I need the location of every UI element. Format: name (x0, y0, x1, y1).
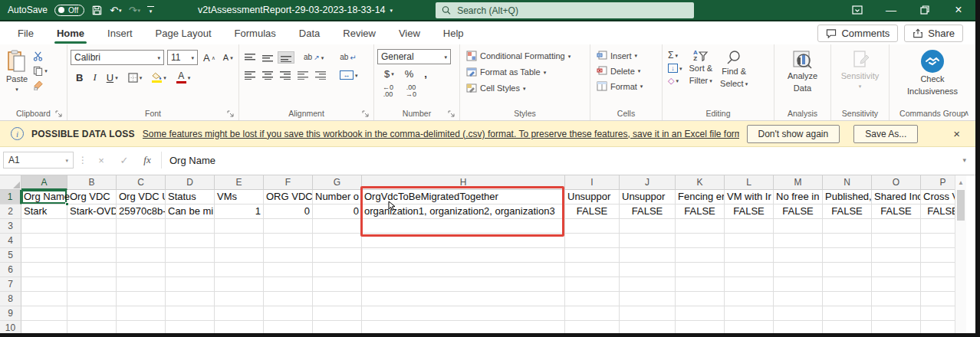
row-header-1[interactable]: 1 (0, 190, 21, 204)
cell-H7[interactable] (362, 277, 565, 292)
cell-C6[interactable] (117, 263, 166, 277)
cell-G5[interactable] (313, 248, 362, 263)
save-button[interactable] (91, 5, 103, 16)
autosave-toggle[interactable]: Off (54, 5, 84, 16)
cell-I6[interactable] (565, 263, 620, 277)
column-header-I[interactable]: I (565, 175, 620, 190)
cell-O7[interactable] (872, 277, 921, 292)
cell-B5[interactable] (67, 248, 117, 263)
customize-quick-access-button[interactable]: ▾ (147, 6, 154, 14)
cell-G10[interactable] (313, 321, 362, 333)
cell-I7[interactable] (565, 277, 620, 292)
cell-I10[interactable] (565, 321, 620, 333)
shrink-font-button[interactable]: A ▾ (221, 52, 235, 63)
close-warning-button[interactable]: × (953, 127, 960, 140)
row-header-7[interactable]: 7 (0, 277, 21, 292)
cell-A9[interactable] (21, 306, 67, 321)
clipboard-dialog-launcher[interactable] (55, 110, 62, 117)
cell-H10[interactable] (362, 321, 565, 333)
cell-K10[interactable] (676, 321, 725, 333)
confirm-entry-button[interactable]: ✓ (115, 155, 133, 166)
copy-button[interactable]: ▾ (31, 65, 50, 77)
cell-G6[interactable] (313, 263, 362, 277)
cell-G4[interactable] (313, 234, 362, 248)
cell-N1[interactable]: Published, (823, 190, 872, 204)
check-inclusiveness-button[interactable]: Check Inclusiveness (904, 47, 961, 106)
cell-J1[interactable]: Unsuppor (620, 190, 676, 204)
close-button[interactable]: × (942, 0, 975, 20)
tab-data[interactable]: Data (288, 21, 331, 44)
column-header-C[interactable]: C (117, 175, 166, 190)
column-header-O[interactable]: O (872, 175, 921, 190)
search-input[interactable] (457, 5, 688, 16)
cell-F8[interactable] (264, 292, 313, 306)
cell-O8[interactable] (872, 292, 921, 306)
cell-M8[interactable] (774, 292, 823, 306)
percent-style-button[interactable]: % (403, 67, 416, 80)
cell-N7[interactable] (823, 277, 872, 292)
format-painter-button[interactable] (31, 80, 50, 91)
cell-J7[interactable] (620, 277, 676, 292)
cell-I3[interactable] (565, 219, 620, 234)
cell-B4[interactable] (67, 234, 117, 248)
cell-K3[interactable] (676, 219, 725, 234)
cell-K6[interactable] (676, 263, 725, 277)
tab-page-layout[interactable]: Page Layout (144, 21, 223, 44)
cell-L6[interactable] (725, 263, 774, 277)
cell-K5[interactable] (676, 248, 725, 263)
bold-button[interactable]: B (74, 71, 85, 84)
italic-button[interactable]: I (90, 70, 98, 84)
cell-K4[interactable] (676, 234, 725, 248)
cell-A6[interactable] (21, 263, 67, 277)
cell-D2[interactable]: Can be mi (166, 204, 215, 219)
cell-O4[interactable] (872, 234, 921, 248)
conditional-formatting-button[interactable]: Conditional Formatting ▾ (463, 49, 574, 63)
cell-E6[interactable] (215, 263, 264, 277)
font-color-button[interactable]: A ▾ (174, 70, 193, 84)
cell-B3[interactable] (67, 219, 117, 234)
cell-K7[interactable] (676, 277, 725, 292)
cell-A4[interactable] (21, 234, 67, 248)
cell-D8[interactable] (166, 292, 215, 306)
cell-H6[interactable] (362, 263, 565, 277)
cell-O6[interactable] (872, 263, 921, 277)
cell-B7[interactable] (67, 277, 117, 292)
decrease-decimal-button[interactable]: .00 →0 (403, 83, 419, 100)
restore-button[interactable] (908, 0, 942, 20)
cell-M10[interactable] (774, 321, 823, 333)
cell-I2[interactable]: FALSE (565, 204, 620, 219)
cell-E7[interactable] (215, 277, 264, 292)
cell-E5[interactable] (215, 248, 264, 263)
cell-D6[interactable] (166, 263, 215, 277)
cell-J9[interactable] (620, 306, 676, 321)
column-header-F[interactable]: F (264, 175, 313, 190)
cell-M6[interactable] (774, 263, 823, 277)
cell-L5[interactable] (725, 248, 774, 263)
cell-C1[interactable]: Org VDC U (117, 190, 166, 204)
collapse-ribbon-button[interactable]: ∧ (964, 109, 969, 117)
formula-input[interactable]: Org Name (161, 152, 958, 168)
scroll-up-button[interactable]: ▲ (955, 175, 966, 189)
cell-N4[interactable] (823, 234, 872, 248)
cell-L10[interactable] (725, 321, 774, 333)
name-box[interactable]: A1 ▾ (3, 152, 74, 168)
cell-D1[interactable]: Status (166, 190, 215, 204)
number-dialog-launcher[interactable] (448, 110, 455, 117)
cell-N5[interactable] (823, 248, 872, 263)
column-header-E[interactable]: E (215, 175, 264, 190)
scrollbar-thumb[interactable] (957, 190, 965, 221)
increase-decimal-button[interactable]: ←0 .00 (380, 83, 396, 100)
cell-F10[interactable] (264, 321, 313, 333)
search-box[interactable] (436, 2, 694, 18)
cell-F3[interactable] (264, 219, 313, 234)
tab-help[interactable]: Help (432, 21, 475, 44)
tab-view[interactable]: View (387, 21, 432, 44)
cell-J4[interactable] (620, 234, 676, 248)
row-header-9[interactable]: 9 (0, 306, 21, 321)
cell-O2[interactable]: FALSE (872, 204, 921, 219)
cell-N9[interactable] (823, 306, 872, 321)
row-header-3[interactable]: 3 (0, 219, 21, 234)
cell-H9[interactable] (362, 306, 565, 321)
increase-indent-button[interactable] (313, 70, 328, 80)
cell-C7[interactable] (117, 277, 166, 292)
